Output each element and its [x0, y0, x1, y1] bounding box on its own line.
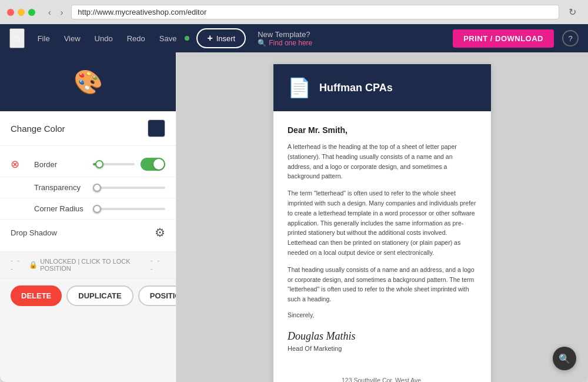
save-indicator: Save [153, 31, 190, 46]
doc-greeting: Dear Mr. Smith, [288, 125, 477, 135]
document-preview: 📄 Huffman CPAs Dear Mr. Smith, A letterh… [273, 64, 491, 382]
doc-body: Dear Mr. Smith, A letterhead is the head… [273, 111, 491, 366]
corner-radius-slider-thumb[interactable] [93, 205, 101, 213]
home-button[interactable]: ⌂ [9, 28, 25, 48]
doc-paragraph2: The term "letterhead" is often used to r… [288, 188, 477, 258]
delete-button[interactable]: DELETE [11, 285, 62, 306]
color-swatch[interactable] [148, 119, 165, 137]
print-download-button[interactable]: PRINT / DOWNLOAD [453, 29, 554, 48]
help-button[interactable]: ? [562, 30, 579, 46]
doc-author-title: Head Of Marketing [288, 345, 477, 352]
transparency-row: Transparency [0, 177, 176, 198]
lock-dashes-left: - - - [11, 257, 25, 273]
forward-button[interactable]: › [57, 6, 67, 18]
new-template-text: New Template? [258, 30, 310, 39]
border-slider[interactable] [93, 163, 135, 165]
app-toolbar: ⌂ File View Undo Redo Save + Insert New … [0, 24, 588, 52]
file-menu[interactable]: File [32, 31, 56, 46]
drop-shadow-row: Drop Shadow ⚙ [0, 220, 176, 245]
border-label: Border [34, 160, 87, 169]
border-remove: ⊗ [11, 158, 28, 171]
zoom-button[interactable]: 🔍 [553, 347, 576, 370]
view-menu[interactable]: View [58, 31, 86, 46]
doc-paragraph3: That heading usually consists of a name … [288, 265, 477, 304]
doc-footer-address: 123 Southville Cor. West Ave. Chicago Il… [273, 366, 491, 382]
zoom-icon: 🔍 [559, 353, 570, 364]
corner-radius-label: Corner Radius [34, 204, 87, 213]
border-toggle[interactable] [141, 158, 165, 171]
dot-red[interactable] [7, 9, 14, 16]
insert-label: Insert [216, 34, 236, 43]
search-icon: 🔍 [258, 39, 266, 47]
save-button[interactable]: Save [153, 31, 183, 46]
controls-section: ⊗ Border Transparency [0, 146, 176, 251]
doc-signature: Douglas Mathis [288, 330, 477, 343]
doc-header: 📄 Huffman CPAs [273, 64, 491, 111]
change-color-section: Change Color [0, 111, 176, 146]
border-slider-thumb[interactable] [95, 160, 103, 168]
doc-closing: Sincerely, [288, 311, 477, 318]
doc-address-line1: 123 Southville Cor. West Ave. [283, 376, 482, 382]
url-prefix: http:// [78, 8, 97, 16]
find-one-text: Find one here [269, 39, 312, 47]
doc-logo-icon: 📄 [288, 77, 311, 99]
remove-border-icon[interactable]: ⊗ [11, 158, 19, 171]
border-row: ⊗ Border [0, 152, 176, 177]
corner-radius-slider[interactable] [93, 208, 165, 210]
url-text: www.mycreativeshop.com/editor [97, 8, 206, 16]
dot-green[interactable] [28, 9, 35, 16]
left-panel: 🎨 Change Color ⊗ Border [0, 52, 176, 382]
save-status-dot [185, 36, 189, 41]
browser-dots [7, 9, 35, 16]
position-button[interactable]: POSITION [138, 285, 176, 306]
new-template-section: New Template? 🔍 Find one here [258, 30, 312, 47]
undo-button[interactable]: Undo [89, 31, 119, 46]
insert-button[interactable]: + Insert [196, 28, 246, 48]
redo-button[interactable]: Redo [121, 31, 151, 46]
transparency-label: Transparency [34, 183, 87, 192]
transparency-slider-thumb[interactable] [93, 184, 101, 192]
lock-label: UNLOCKED | CLICK TO LOCK POSITION [40, 258, 147, 272]
change-color-label: Change Color [11, 124, 65, 134]
main-content: 🎨 Change Color ⊗ Border [0, 52, 588, 382]
doc-company-name: Huffman CPAs [319, 82, 393, 94]
palette-icon: 🎨 [74, 68, 103, 96]
lock-icon: 🔒 [29, 261, 38, 269]
browser-titlebar: ‹ › http://www.mycreativeshop.com/editor… [0, 0, 588, 24]
lock-dashes-right: - - - [151, 257, 165, 273]
border-toggle-thumb [153, 159, 164, 170]
insert-plus-icon: + [207, 33, 212, 44]
back-button[interactable]: ‹ [45, 6, 55, 18]
color-preview-area: 🎨 [0, 52, 176, 111]
find-one-link[interactable]: 🔍 Find one here [258, 39, 312, 47]
right-content: 📄 Huffman CPAs Dear Mr. Smith, A letterh… [176, 52, 588, 382]
refresh-button[interactable]: ↻ [564, 5, 581, 19]
drop-shadow-gear-icon[interactable]: ⚙ [155, 225, 165, 240]
browser-nav: ‹ › [45, 6, 66, 18]
drop-shadow-label: Drop Shadow [11, 228, 57, 237]
url-bar[interactable]: http://www.mycreativeshop.com/editor [71, 5, 559, 19]
doc-paragraph1: A letterhead is the heading at the top o… [288, 142, 477, 181]
dot-yellow[interactable] [18, 9, 25, 16]
duplicate-button[interactable]: DUPLICATE [66, 285, 133, 306]
lock-bar[interactable]: - - - 🔒 UNLOCKED | CLICK TO LOCK POSITIO… [0, 251, 176, 278]
action-buttons: DELETE DUPLICATE POSITION [0, 278, 176, 313]
transparency-slider[interactable] [93, 187, 165, 189]
corner-radius-row: Corner Radius [0, 198, 176, 220]
lock-text: 🔒 UNLOCKED | CLICK TO LOCK POSITION [29, 258, 147, 272]
